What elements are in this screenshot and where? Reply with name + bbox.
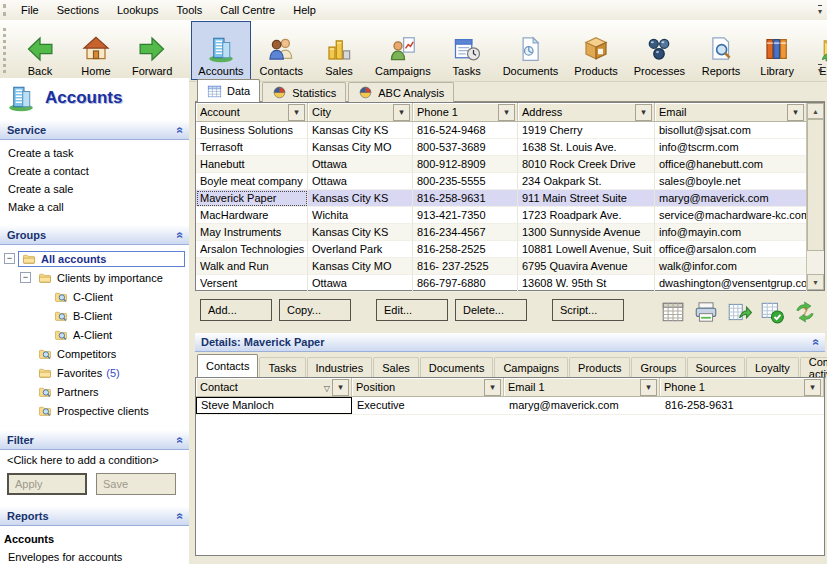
column-filter-dropdown-icon[interactable] [804,379,821,396]
toolbar-button-processes[interactable]: Processes [627,21,692,80]
column-header-account[interactable]: Account [196,103,308,122]
tab-abc-analysis[interactable]: ABC Analysis [348,82,454,102]
menu-item-help[interactable]: Help [284,2,325,18]
column-header-email1[interactable]: Email 1 [504,378,660,397]
service-link-create-a-sale[interactable]: Create a sale [0,180,189,198]
table-row[interactable]: Business Solutions Kansas City KS 816-52… [196,122,807,139]
table-row[interactable]: Arsalon Technologies Overland Park 816-2… [196,241,807,258]
service-section-header[interactable]: Service [0,120,189,140]
column-header-address[interactable]: Address [518,103,655,122]
service-link-create-a-contact[interactable]: Create a contact [0,162,189,180]
column-filter-dropdown-icon[interactable] [498,104,515,121]
table-row[interactable]: Boyle meat company Ottawa 800-235-5555 2… [196,173,807,190]
details-tab-industries[interactable]: Industries [307,357,373,377]
toolbar-button-reports[interactable]: Reports [694,21,748,80]
collapse-chevron-icon[interactable] [177,123,184,137]
action-button-add[interactable]: Add... [200,299,272,321]
tab-statistics[interactable]: Statistics [262,82,346,102]
toolbar-button-accounts[interactable]: Accounts [191,21,250,80]
grid-tool-refresh[interactable] [792,299,818,325]
tree-expander[interactable] [20,272,31,283]
menu-overflow-icon[interactable] [814,4,826,16]
toolbar-button-forward[interactable]: Forward [125,21,179,80]
toolbar-button-home[interactable]: Home [69,21,123,80]
column-filter-dropdown-icon[interactable] [787,104,804,121]
report-link-accounts[interactable]: Accounts [0,530,189,548]
tree-item-all-accounts[interactable]: All accounts [0,249,189,268]
table-row[interactable]: Versent Ottawa 866-797-6880 13608 W. 95t… [196,275,807,292]
scrollbar-thumb[interactable] [807,119,824,251]
report-link-envelopes-for-accounts[interactable]: Envelopes for accounts [0,548,189,564]
column-filter-dropdown-icon[interactable] [393,104,410,121]
toolbar-button-library[interactable]: Library [750,21,804,80]
toolbar-button-sales[interactable]: Sales [312,21,366,80]
menu-item-sections[interactable]: Sections [48,2,108,18]
tree-expander[interactable] [4,253,15,264]
vertical-scrollbar[interactable] [806,103,824,290]
toolbar-overflow-icon[interactable] [814,63,826,75]
grid-tool-export-table[interactable] [726,299,752,325]
groups-section-header[interactable]: Groups [0,225,189,245]
tree-item-a-client[interactable]: A-Client [0,325,189,344]
save-button[interactable]: Save [96,473,176,495]
column-filter-dropdown-icon[interactable] [332,379,349,396]
grid-tool-apply-check[interactable] [759,299,785,325]
tree-item-competitors[interactable]: Competitors [0,344,189,363]
scroll-up-icon[interactable] [807,103,824,119]
table-row[interactable]: Hanebutt Ottawa 800-912-8909 8010 Rock C… [196,156,807,173]
collapse-chevron-icon[interactable] [813,335,820,349]
column-header-position[interactable]: Position [352,378,504,397]
details-tab-loyalty[interactable]: Loyalty [746,357,799,377]
details-tab-contacts[interactable]: Contacts [197,354,258,377]
filter-section-header[interactable]: Filter [0,430,189,450]
details-tab-tasks[interactable]: Tasks [259,357,305,377]
table-row[interactable]: May Instruments Kansas City KS 816-234-4… [196,224,807,241]
tree-item-c-client[interactable]: C-Client [0,287,189,306]
details-tab-documents[interactable]: Documents [420,357,494,377]
service-link-make-a-call[interactable]: Make a call [0,198,189,216]
details-tab-products[interactable]: Products [569,357,630,377]
tab-data[interactable]: Data [197,79,260,102]
service-link-create-a-task[interactable]: Create a task [0,144,189,162]
tree-item-partners[interactable]: Partners [0,382,189,401]
apply-button[interactable]: Apply [7,473,87,495]
table-row[interactable]: Steve Manloch Executive maryg@maverick.c… [196,397,824,415]
menu-item-lookups[interactable]: Lookups [108,2,168,18]
tree-item-favorites[interactable]: Favorites (5) [0,363,189,382]
column-filter-dropdown-icon[interactable] [484,379,501,396]
column-header-email[interactable]: Email [655,103,807,122]
details-tab-competitors-activity[interactable]: Competitors activit [800,357,827,377]
menu-grip[interactable] [3,4,9,16]
action-button-delete[interactable]: Delete... [455,299,527,321]
menu-item-tools[interactable]: Tools [168,2,212,18]
toolbar-button-contacts[interactable]: Contacts [253,21,310,80]
grid-tool-grid-view[interactable] [660,299,686,325]
toolbar-button-tasks[interactable]: Tasks [440,21,494,80]
toolbar-button-documents[interactable]: Documents [496,21,566,80]
action-button-script[interactable]: Script... [552,299,624,321]
details-tab-sources[interactable]: Sources [687,357,745,377]
grid-tool-print[interactable] [693,299,719,325]
column-filter-dropdown-icon[interactable] [288,104,305,121]
column-filter-dropdown-icon[interactable] [640,379,657,396]
toolbar-button-back[interactable]: Back [13,21,67,80]
table-row[interactable]: Walk and Run Kansas City MO 816- 237-252… [196,258,807,275]
menu-item-file[interactable]: File [12,2,48,18]
tree-item-clients-by-importance[interactable]: Clients by importance [0,268,189,287]
details-tab-sales[interactable]: Sales [373,357,419,377]
tree-item-b-client[interactable]: B-Client [0,306,189,325]
action-button-copy[interactable]: Copy... [279,299,351,321]
collapse-chevron-icon[interactable] [177,433,184,447]
column-header-contact[interactable]: Contact [196,378,352,397]
table-row[interactable]: Terrasoft Kansas City MO 800-537-3689 16… [196,139,807,156]
tree-item-prospective-clients[interactable]: Prospective clients [0,401,189,420]
details-tab-groups[interactable]: Groups [631,357,685,377]
collapse-chevron-icon[interactable] [177,228,184,242]
table-row[interactable]: MacHardware Wichita 913-421-7350 1723 Ro… [196,207,807,224]
column-header-city[interactable]: City [308,103,413,122]
column-header-phone[interactable]: Phone 1 [413,103,518,122]
collapse-chevron-icon[interactable] [177,509,184,523]
toolbar-grip[interactable] [3,28,9,73]
toolbar-button-products[interactable]: Products [567,21,624,80]
column-filter-dropdown-icon[interactable] [635,104,652,121]
